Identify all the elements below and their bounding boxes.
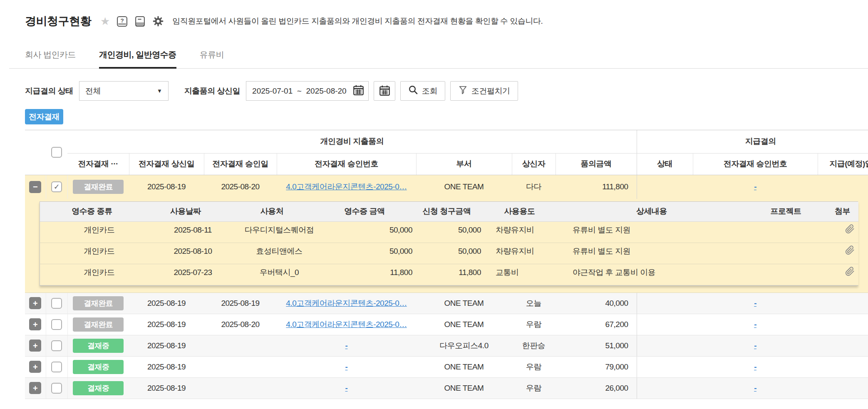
epayment-button[interactable]: 전자결재 — [25, 109, 63, 124]
approval-doc-link[interactable]: - — [345, 362, 348, 371]
dcol-receipt-type: 영수증 종류 — [40, 202, 144, 221]
status-badge: 결재완료 — [73, 180, 124, 194]
attachment-paperclip-icon[interactable] — [845, 224, 855, 236]
use-date: 2025-07-23 — [144, 264, 227, 285]
tab-corporate-card[interactable]: 회사 법인카드 — [25, 49, 76, 69]
collapse-row-button[interactable]: − — [29, 181, 41, 193]
vendor: 다우디지털스퀘어점 — [227, 221, 317, 243]
tab-personal-expense[interactable]: 개인경비, 일반영수증 — [99, 49, 176, 69]
settings-gear-icon[interactable] — [152, 15, 164, 27]
drafter-cell: 다다 — [512, 175, 556, 199]
tab-fuel[interactable]: 유류비 — [200, 49, 224, 69]
dcol-purpose: 사용용도 — [481, 202, 558, 221]
approval-doc-link[interactable]: - — [345, 341, 348, 350]
pay-status-cell — [637, 175, 693, 199]
expand-conditions-label: 조건펼치기 — [471, 86, 510, 97]
payment-status-select[interactable]: 전체 ▼ — [79, 81, 169, 101]
department-cell: ONE TEAM — [416, 175, 512, 199]
help-icon[interactable]: ? — [117, 16, 128, 27]
pay-date-cell — [818, 175, 868, 199]
receipt-detail-table: 영수증 종류 사용날짜 사용처 영수증 금액 신청 청구금액 사용용도 상세내용… — [40, 201, 858, 286]
dcol-claim-amount: 신청 청구금액 — [412, 202, 481, 221]
expand-row-button[interactable]: + — [29, 318, 41, 330]
pay-status-cell — [637, 377, 693, 399]
search-button[interactable]: 조회 — [400, 81, 445, 101]
select-all-checkbox[interactable]: ✓ — [51, 147, 62, 158]
detail-row: 영수증 종류 사용날짜 사용처 영수증 금액 신청 청구금액 사용용도 상세내용… — [25, 199, 868, 292]
approval-doc-link[interactable]: 4.0고객케어라운지콘텐츠-2025-0… — [286, 299, 407, 307]
amount-cell: 67,200 — [556, 314, 637, 335]
col-drafter: 상신자 — [512, 153, 556, 175]
claim-amount: 50,000 — [412, 221, 481, 243]
pay-status-cell — [637, 314, 693, 335]
pay-doc-link[interactable]: - — [754, 182, 756, 191]
project — [745, 221, 826, 243]
col-approval-status: 전자결재 ··· — [67, 153, 129, 175]
drafter-cell: 우람 — [512, 356, 556, 377]
dcol-vendor: 사용처 — [227, 202, 317, 221]
calendar-picker-button[interactable] — [374, 81, 395, 101]
pay-date-cell — [818, 314, 868, 335]
detail-header-row: 영수증 종류 사용날짜 사용처 영수증 금액 신청 청구금액 사용용도 상세내용… — [40, 202, 858, 221]
plus-icon: + — [33, 299, 38, 307]
expand-row-button[interactable]: + — [29, 340, 41, 352]
search-icon — [408, 85, 418, 97]
approve-date-cell: 2025-08-20 — [204, 314, 277, 335]
column-header-row: 전자결재 ··· 전자결재 상신일 전자결재 승인일 전자결재 승인번호 부서 … — [25, 153, 868, 175]
row-checkbox[interactable]: ✓ — [51, 319, 62, 330]
favorite-star-icon[interactable]: ★ — [100, 16, 110, 27]
payment-status-label: 지급결의 상태 — [25, 86, 73, 97]
plus-icon: + — [33, 363, 38, 371]
pay-doc-link[interactable]: - — [754, 320, 756, 329]
filter-bar: 지급결의 상태 전체 ▼ 지출품의 상신일 2025-07-01 ~ 2025-… — [25, 81, 868, 101]
svg-text:?: ? — [121, 17, 124, 24]
description: 유류비 별도 지원 — [558, 243, 745, 264]
pay-date-cell — [818, 356, 868, 377]
expand-row-button[interactable]: + — [29, 382, 41, 394]
pay-doc-link[interactable]: - — [754, 299, 756, 307]
row-checkbox[interactable]: ✓ — [51, 362, 62, 372]
search-button-label: 조회 — [422, 86, 437, 97]
group-header-payment: 지급결의 — [637, 130, 868, 153]
expand-row-button[interactable]: + — [29, 361, 41, 373]
pay-doc-link[interactable]: - — [754, 341, 756, 350]
approve-date-cell — [204, 356, 277, 377]
col-department: 부서 — [416, 153, 512, 175]
approval-doc-link[interactable]: 4.0고객케어라운지콘텐츠-2025-0… — [286, 320, 407, 329]
attachment-paperclip-icon[interactable] — [845, 245, 855, 257]
description: 야근작업 후 교통비 이용 — [558, 264, 745, 285]
row-checkbox[interactable]: ✓ — [51, 383, 62, 394]
manual-icon[interactable] — [134, 16, 146, 27]
date-range-input[interactable]: 2025-07-01 ~ 2025-08-20 — [246, 81, 369, 101]
approval-doc-link[interactable]: 4.0고객케어라운지콘텐츠-2025-0… — [286, 182, 407, 191]
expand-column-header — [25, 130, 46, 175]
plus-icon: + — [33, 342, 38, 350]
receipt-amount: 50,000 — [317, 243, 412, 264]
row-checkbox[interactable]: ✓ — [51, 298, 62, 309]
row-checkbox[interactable]: ✓ — [51, 181, 62, 192]
table-row: + ✓ 결재중 2025-08-19 - 다우오피스4.0 한판승 51,000… — [25, 335, 868, 356]
purpose: 차량유지비 — [481, 221, 558, 243]
draft-date-label: 지출품의 상신일 — [184, 86, 240, 97]
calendar-icon — [379, 85, 390, 97]
pay-doc-link[interactable]: - — [754, 384, 756, 392]
detail-item-row: 개인카드 2025-08-10 효성티앤에스 50,000 50,000 차량유… — [40, 243, 858, 264]
row-checkbox[interactable]: ✓ — [51, 340, 62, 351]
project — [745, 264, 826, 285]
col-approval-number: 전자결재 승인번호 — [277, 153, 416, 175]
expand-row-button[interactable]: + — [29, 297, 41, 309]
attachment-paperclip-icon[interactable] — [845, 267, 855, 278]
col-pay-status: 상태 — [637, 153, 693, 175]
filter-funnel-icon — [458, 85, 468, 97]
use-date: 2025-08-11 — [144, 221, 227, 243]
department-cell: ONE TEAM — [416, 292, 512, 314]
approval-doc-link[interactable]: - — [345, 384, 348, 392]
plus-icon: + — [33, 320, 38, 329]
pay-doc-link[interactable]: - — [754, 362, 756, 371]
minus-icon: − — [33, 183, 38, 191]
expand-conditions-button[interactable]: 조건펼치기 — [450, 81, 518, 101]
department-cell: ONE TEAM — [416, 356, 512, 377]
description: 유류비 별도 지원 — [558, 221, 745, 243]
receipt-type: 개인카드 — [40, 243, 144, 264]
status-badge: 결재중 — [73, 381, 124, 395]
